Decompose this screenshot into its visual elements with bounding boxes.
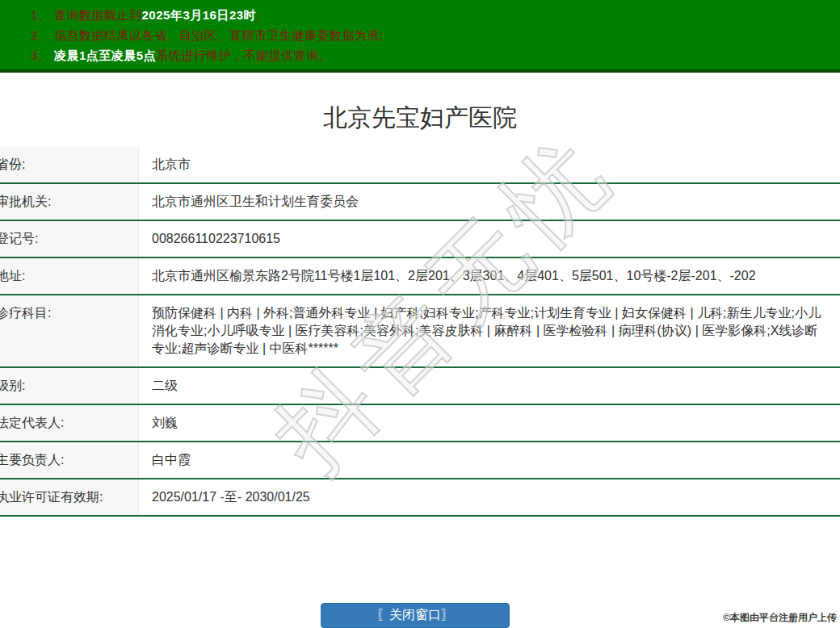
notice-line-1-suffix: ; <box>256 8 260 22</box>
row-label: 法定代表人: <box>0 405 139 441</box>
notice-line-3: 3、 凌晨1点至凌晨5点系统进行维护，不能提供查询。 <box>31 45 832 65</box>
row-value: 二级 <box>139 368 840 404</box>
table-row-legal-representative: 法定代表人: 刘巍 <box>0 405 840 442</box>
notice-line-1-highlight: 2025年3月16日23时 <box>142 8 257 22</box>
notice-line-3-highlight: 凌晨1点至凌晨5点 <box>54 48 156 62</box>
row-value: 北京市通州区卫生和计划生育委员会 <box>139 184 840 220</box>
table-row-province: 省份: 北京市 <box>0 147 840 184</box>
row-label: 登记号: <box>0 221 139 257</box>
table-row-approval-authority: 审批机关: 北京市通州区卫生和计划生育委员会 <box>0 184 840 221</box>
table-row-registration-number: 登记号: 008266110223710615 <box>0 221 840 258</box>
table-row-medical-subjects: 诊疗科目: 预防保健科 | 内科 | 外科;普通外科专业 | 妇产科;妇科专业;… <box>0 295 840 368</box>
table-row-address: 地址: 北京市通州区榆景东路2号院11号楼1层101、2层201、3层301、4… <box>0 258 840 295</box>
copyright-watermark: ©本图由平台注册用户上传 <box>723 611 837 625</box>
page-title: 北京先宝妇产医院 <box>0 103 840 132</box>
row-value: 008266110223710615 <box>139 221 840 257</box>
notice-line-2: 2、 信息数据结果以各省、自治区、直辖市卫生健康委数据为准; <box>31 25 832 45</box>
row-value: 白中霞 <box>139 442 840 478</box>
row-label: 审批机关: <box>0 184 139 220</box>
row-label: 级别: <box>0 368 139 404</box>
hospital-info-table: 省份: 北京市 审批机关: 北京市通州区卫生和计划生育委员会 登记号: 0082… <box>0 147 840 517</box>
row-label: 诊疗科目: <box>0 295 139 366</box>
row-label: 省份: <box>0 147 139 182</box>
close-window-button[interactable]: 〖关闭窗口〗 <box>321 603 510 628</box>
notice-line-2-text: 2、 信息数据结果以各省、自治区、直辖市卫生健康委数据为准; <box>31 28 384 42</box>
notice-line-3-suffix: 系统进行维护，不能提供查询。 <box>156 48 331 62</box>
row-value: 2025/01/17 -至- 2030/01/25 <box>139 479 840 515</box>
table-row-license-validity: 执业许可证有效期: 2025/01/17 -至- 2030/01/25 <box>0 479 840 517</box>
row-label: 主要负责人: <box>0 442 139 478</box>
notice-line-1: 1、 查询数据截止到2025年3月16日23时; <box>31 5 832 25</box>
table-row-person-in-charge: 主要负责人: 白中霞 <box>0 442 840 479</box>
table-row-level: 级别: 二级 <box>0 368 840 405</box>
row-value: 刘巍 <box>139 405 840 441</box>
notice-line-3-text: 3、 <box>31 48 54 62</box>
row-label: 执业许可证有效期: <box>0 479 139 515</box>
notice-banner: 1、 查询数据截止到2025年3月16日23时; 2、 信息数据结果以各省、自治… <box>0 0 840 73</box>
row-value: 北京市通州区榆景东路2号院11号楼1层101、2层201、3层301、4层401… <box>139 258 840 294</box>
row-value: 北京市 <box>139 147 840 182</box>
row-label: 地址: <box>0 258 139 294</box>
row-value: 预防保健科 | 内科 | 外科;普通外科专业 | 妇产科;妇科专业;产科专业;计… <box>139 295 840 366</box>
notice-line-1-text: 1、 查询数据截止到 <box>31 8 142 22</box>
